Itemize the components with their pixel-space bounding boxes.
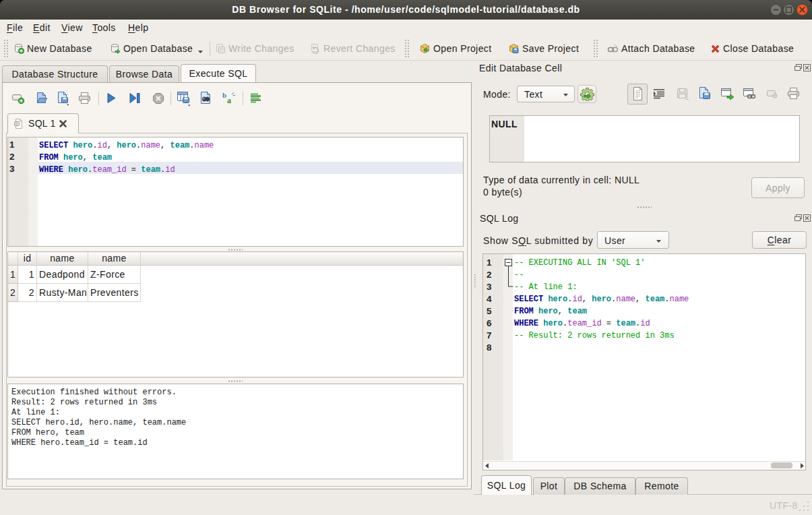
svg-text:b: b [222,92,227,99]
svg-text:a: a [227,96,231,104]
